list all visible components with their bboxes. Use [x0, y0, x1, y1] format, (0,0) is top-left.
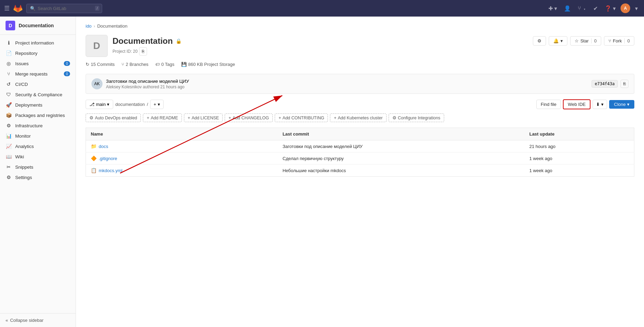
- search-input[interactable]: [38, 6, 93, 11]
- search-icon: 🔍: [30, 6, 36, 11]
- plus-icon: +: [154, 102, 156, 107]
- file-table-header-row: Name Last commit Last update: [86, 128, 634, 140]
- breadcrumb-current: Documentation: [97, 23, 127, 29]
- commits-count: 15 Commits: [91, 62, 115, 67]
- action-chip-add-license[interactable]: +Add LICENSE: [184, 113, 223, 122]
- sidebar-project-avatar: D: [6, 21, 15, 30]
- chip-label: Add CONTRIBUTING: [283, 116, 324, 120]
- sidebar-item-deployments[interactable]: 🚀 Deployments: [0, 100, 76, 110]
- sidebar-icon-project-information: ℹ: [6, 40, 12, 46]
- download-chevron: ▾: [601, 102, 604, 107]
- file-type-icon: 🔶: [91, 156, 97, 161]
- download-button[interactable]: ⬇ ▾: [593, 100, 607, 109]
- sidebar-item-packages-registries[interactable]: 📦 Packages and registries: [0, 110, 76, 120]
- chip-label: Add CHANGELOG: [233, 116, 269, 120]
- sidebar-label-security-compliance: Security & Compliance: [15, 92, 62, 97]
- action-chip-auto-devops-enabled[interactable]: ⚙Auto DevOps enabled: [86, 113, 141, 122]
- user-avatar[interactable]: A: [621, 3, 630, 13]
- fork-count: 0: [624, 38, 630, 43]
- action-chip-add-changelog[interactable]: +Add CHANGELOG: [225, 113, 273, 122]
- branch-dropdown[interactable]: ⎇ main ▾: [86, 100, 113, 109]
- commit-message[interactable]: Заготовки под описание моделей ЦИУ: [106, 79, 189, 84]
- find-file-button[interactable]: Find file: [536, 100, 561, 109]
- sidebar-item-issues[interactable]: ◎ Issues 0: [0, 58, 76, 69]
- branches-stat[interactable]: ⑂ 2 Branches: [121, 62, 148, 67]
- fork-button[interactable]: ⑂ Fork 0: [604, 36, 634, 46]
- branch-name: main: [96, 102, 106, 107]
- bell-icon: 🔔: [553, 38, 559, 43]
- sidebar-item-analytics[interactable]: 📈 Analytics: [0, 141, 76, 151]
- sidebar-item-merge-requests[interactable]: ⑂ Merge requests 0: [0, 69, 76, 79]
- file-name-text: mkdocs.yml: [99, 168, 123, 173]
- storage-stat: 💾 860 KB Project Storage: [181, 62, 235, 67]
- file-name-cell: 📋 mkdocs.yml: [86, 165, 278, 177]
- file-name-link[interactable]: 📋 mkdocs.yml: [91, 168, 273, 173]
- action-bar: ⎇ main ▾ documentation / + ▾ Find file W…: [86, 99, 634, 109]
- copy-id-button[interactable]: ⎘: [139, 47, 147, 56]
- hamburger-icon[interactable]: ☰: [4, 4, 10, 12]
- star-label: Star: [580, 38, 589, 43]
- merge-requests-icon[interactable]: ⑂ ▾: [576, 4, 588, 13]
- clone-button[interactable]: Clone ▾: [609, 100, 634, 109]
- sidebar-item-infrastructure[interactable]: ⚙ Infrastructure: [0, 120, 76, 131]
- project-info: Documentation 🔒 Project ID: 20 ⎘: [113, 36, 182, 56]
- sidebar-label-wiki: Wiki: [15, 154, 24, 159]
- star-icon: ☆: [575, 38, 579, 43]
- col-header-commit: Last commit: [278, 128, 525, 140]
- sidebar-item-settings[interactable]: ⚙ Settings: [0, 172, 76, 182]
- tags-count: 0 Tags: [161, 62, 174, 67]
- sidebar-icon-snippets: ✂: [6, 164, 12, 170]
- project-header: D Documentation 🔒 Project ID: 20 ⎘ ⚙: [86, 35, 634, 57]
- action-chip-add-readme[interactable]: +Add README: [143, 113, 182, 122]
- file-time-cell: 1 week ago: [525, 152, 634, 165]
- branch-icon: ⎇: [89, 102, 95, 107]
- commits-stat[interactable]: ↻ 15 Commits: [86, 62, 115, 67]
- commit-avatar: AK: [91, 78, 103, 89]
- sidebar-item-repository[interactable]: 📄 Repository: [0, 48, 76, 58]
- commit-right: e734f43a ⎘: [592, 80, 628, 88]
- action-chip-configure-integrations[interactable]: ⚙Configure Integrations: [389, 113, 444, 122]
- collapse-sidebar-button[interactable]: « Collapse sidebar: [0, 313, 76, 327]
- chip-label: Auto DevOps enabled: [95, 116, 137, 120]
- commit-hash[interactable]: e734f43a: [592, 80, 618, 88]
- todo-icon[interactable]: ✔: [591, 4, 600, 13]
- chip-icon: +: [334, 116, 336, 120]
- sidebar-item-project-information[interactable]: ℹ Project information: [0, 38, 76, 48]
- breadcrumb: ido › Documentation: [86, 23, 634, 29]
- branch-chevron: ▾: [107, 102, 109, 107]
- settings-button[interactable]: ⚙: [533, 36, 546, 46]
- sidebar-item-monitor[interactable]: 📊 Monitor: [0, 131, 76, 141]
- notifications-button[interactable]: 🔔 ▾: [549, 36, 567, 46]
- sidebar-item-ci-cd[interactable]: ↺ CI/CD: [0, 79, 76, 89]
- sidebar-icon-analytics: 📈: [6, 143, 12, 149]
- sidebar-item-security-compliance[interactable]: 🛡 Security & Compliance: [0, 89, 76, 100]
- sidebar-icon-monitor: 📊: [6, 133, 12, 139]
- create-icon[interactable]: ✚ ▾: [546, 4, 559, 13]
- sidebar-label-monitor: Monitor: [15, 133, 31, 139]
- sidebar-label-snippets: Snippets: [15, 165, 33, 170]
- sidebar-icon-security-compliance: 🛡: [6, 92, 12, 97]
- tags-stat[interactable]: 🏷 0 Tags: [155, 62, 174, 67]
- file-commit-cell: Заготовки под описание моделей ЦИУ: [278, 140, 525, 152]
- copy-hash-button[interactable]: ⎘: [621, 80, 628, 88]
- sidebar-item-wiki[interactable]: 📖 Wiki: [0, 151, 76, 162]
- branches-icon: ⑂: [121, 62, 124, 67]
- action-chip-add-kubernetes-cluster[interactable]: +Add Kubernetes cluster: [330, 113, 386, 122]
- star-button[interactable]: ☆ Star 0: [570, 36, 601, 46]
- commit-left: AK Заготовки под описание моделей ЦИУ Al…: [91, 78, 189, 89]
- sidebar-item-snippets[interactable]: ✂ Snippets: [0, 162, 76, 172]
- sidebar-icon-ci-cd: ↺: [6, 81, 12, 87]
- search-box[interactable]: 🔍 /: [26, 4, 102, 13]
- action-chip-add-contributing[interactable]: +Add CONTRIBUTING: [275, 113, 328, 122]
- file-name-link[interactable]: 📁 docs: [91, 143, 273, 149]
- file-name-link[interactable]: 🔶 .gitignore: [91, 156, 273, 161]
- breadcrumb-parent[interactable]: ido: [86, 23, 91, 29]
- web-ide-button[interactable]: Web IDE: [563, 99, 591, 109]
- project-name-text: Documentation: [113, 36, 173, 46]
- chevron-left-icon: «: [6, 318, 8, 323]
- avatar-chevron[interactable]: ▾: [633, 4, 640, 13]
- add-file-button[interactable]: + ▾: [150, 100, 164, 109]
- help-icon[interactable]: ❓ ▾: [603, 4, 618, 13]
- chip-icon: ⚙: [89, 115, 94, 120]
- profile-icon[interactable]: 👤: [562, 4, 573, 13]
